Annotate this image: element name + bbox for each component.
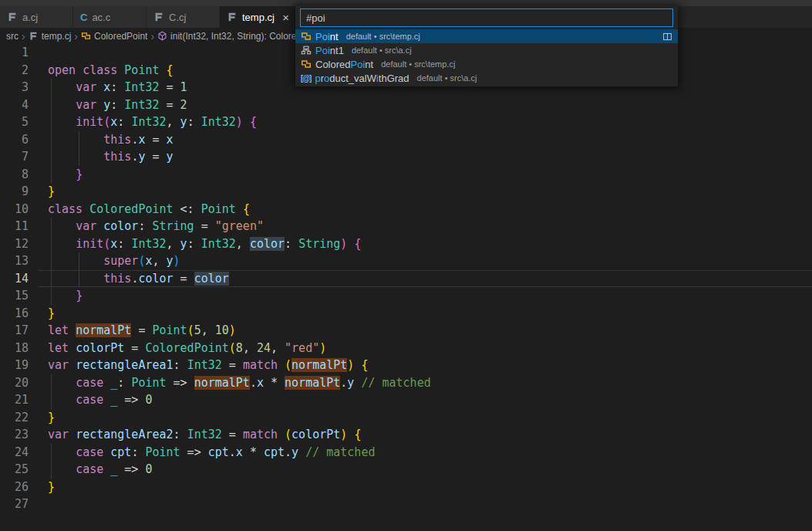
quick-open-result[interactable]: [@]product_valWithGraddefault • src\a.cj [295, 71, 678, 85]
code-token: : [117, 115, 131, 129]
line-number: 4 [0, 96, 29, 114]
code-line[interactable]: 5 init(x: Int32, y: Int32) { [0, 113, 812, 131]
line-number: 11 [0, 218, 29, 235]
code-text: open class Point { [48, 62, 174, 79]
code-token: } [48, 184, 55, 198]
line-number: 21 [0, 391, 29, 409]
line-number: 22 [0, 409, 29, 427]
code-line[interactable]: 4 var y: Int32 = 2 [0, 96, 812, 114]
close-icon[interactable]: × [282, 12, 289, 23]
code-text: this.x = x [48, 131, 174, 149]
indent-guide [51, 218, 52, 235]
breadcrumb-label: temp.cj [42, 31, 72, 42]
code-token: ( [229, 341, 236, 355]
code-token: colorPt [291, 428, 340, 441]
code-token: : [187, 237, 201, 251]
tab-temp-cj[interactable]: temp.cj× [220, 6, 297, 28]
code-token [48, 167, 76, 181]
code-token: 0 [145, 393, 152, 407]
highlighted-token: normalPt [291, 358, 347, 372]
code-token: Point [152, 323, 187, 337]
indent-guide [79, 148, 79, 166]
code-token: _ [110, 376, 117, 390]
breadcrumb-item[interactable]: temp.cj [29, 31, 72, 42]
code-token: 5 [194, 323, 201, 337]
code-line[interactable]: 27 [0, 495, 812, 513]
code-line[interactable]: 12 init(x: Int32, y: Int32, color: Strin… [0, 235, 812, 253]
code-token: colorPt [76, 341, 124, 355]
code-line[interactable]: 23var rectangleArea2: Int32 = match (col… [0, 426, 812, 444]
code-token: ColoredPoint [89, 202, 173, 216]
code-line[interactable]: 14 this.color = color [0, 270, 812, 288]
code-line[interactable]: 15 } [0, 287, 812, 305]
code-line[interactable]: 24 case cpt: Point => cpt.x * cpt.y // m… [0, 444, 812, 462]
code-token [48, 150, 103, 164]
class-icon [301, 31, 312, 42]
indent-guide [51, 270, 52, 288]
code-text: var rectangleArea2: Int32 = match (color… [48, 426, 361, 444]
breadcrumb-label: ColoredPoint [94, 31, 147, 42]
indent-guide [51, 113, 52, 131]
indent-guide [79, 131, 79, 149]
code-token: x [167, 133, 174, 147]
symbol-location: default • src\temp.cj [381, 59, 455, 69]
code-line[interactable]: 22} [0, 409, 812, 427]
code-line[interactable]: 26} [0, 479, 812, 496]
tab-ac-c[interactable]: Cac.c [73, 6, 147, 28]
symbol-name: Point [315, 31, 339, 42]
code-line[interactable]: 16} [0, 305, 812, 323]
code-line[interactable]: 19var rectangleArea1: Int32 = match (nor… [0, 357, 812, 374]
code-line[interactable]: 8 } [0, 166, 812, 184]
cangjie-file-icon [153, 12, 164, 22]
code-token: 8 [236, 341, 243, 355]
code-line[interactable]: 13 super(x, y) [0, 252, 812, 270]
code-token: Int32 [131, 237, 166, 251]
code-token: y [167, 150, 174, 164]
code-token: this [103, 272, 131, 286]
code-line[interactable]: 10class ColoredPoint <: Point { [0, 201, 812, 218]
code-token: cpt [110, 445, 131, 459]
quick-open-result[interactable]: Point1default • src\a.cj [295, 43, 678, 57]
code-token: ) [319, 341, 326, 355]
code-token: : [110, 98, 124, 112]
code-token: 0 [145, 462, 152, 476]
chevron-right-icon: › [149, 31, 156, 42]
code-line[interactable]: 25 case _ => 0 [0, 461, 812, 479]
code-line[interactable]: 20 case _: Point => normalPt.x * normalP… [0, 374, 812, 392]
tab-a-cj[interactable]: a.cj [0, 6, 73, 28]
code-text: var x: Int32 = 1 [48, 79, 187, 96]
tab-C-cj[interactable]: C.cj [147, 6, 220, 28]
code-text: case _: Point => normalPt.x * normalPt.y… [48, 374, 431, 392]
quick-open-result[interactable]: Pointdefault • src\temp.cj [295, 29, 678, 43]
code-token: { [361, 358, 368, 372]
line-number: 12 [0, 235, 29, 253]
line-number: 2 [0, 62, 29, 79]
code-line[interactable]: 18let colorPt = ColoredPoint(8, 24, "red… [0, 340, 812, 357]
code-token [48, 133, 103, 147]
split-editor-icon[interactable] [662, 32, 672, 42]
code-token [48, 272, 103, 286]
code-line[interactable]: 11 var color: String = "green" [0, 218, 812, 235]
code-editor[interactable]: 12open class Point {3 var x: Int32 = 14 … [0, 44, 812, 513]
code-line[interactable]: 7 this.y = y [0, 148, 812, 166]
quick-open-input[interactable] [301, 12, 672, 24]
code-token: rectangleArea1 [76, 358, 173, 372]
code-token: _ [110, 462, 117, 476]
quick-open-result[interactable]: ColoredPointdefault • src\temp.cj [295, 57, 678, 71]
code-token: String [298, 237, 340, 251]
code-token [48, 237, 76, 251]
code-token: , [167, 237, 180, 251]
code-token: init [76, 237, 103, 251]
code-token: y [167, 254, 174, 268]
code-line[interactable]: 21 case _ => 0 [0, 391, 812, 409]
code-line[interactable]: 17let normalPt = Point(5, 10) [0, 322, 812, 340]
code-token: = [160, 80, 180, 94]
code-line[interactable]: 9} [0, 183, 812, 201]
code-line[interactable]: 6 this.x = x [0, 131, 812, 149]
code-token: , [201, 323, 215, 337]
code-token [48, 254, 103, 268]
breadcrumb-item[interactable]: src [6, 31, 19, 42]
breadcrumb-item[interactable]: ColoredPoint [81, 31, 147, 42]
indent-guide [51, 461, 52, 479]
code-token [243, 115, 250, 129]
